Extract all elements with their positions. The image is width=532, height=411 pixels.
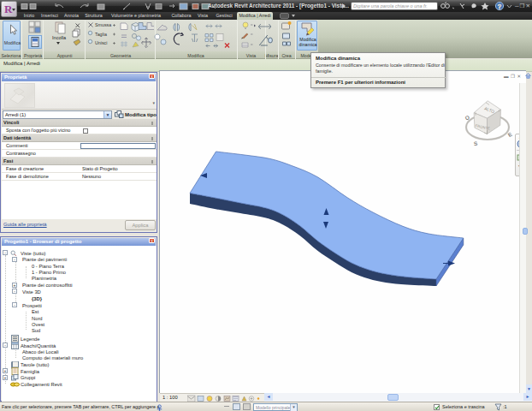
svg-text:Unisci: Unisci — [95, 40, 107, 45]
svg-text:Smussa: Smussa — [95, 22, 111, 27]
svg-text:Taglia: Taglia — [95, 32, 107, 37]
svg-text:?: ? — [498, 3, 501, 9]
svg-text:E: E — [506, 131, 513, 139]
svg-text:S: S — [473, 140, 478, 147]
